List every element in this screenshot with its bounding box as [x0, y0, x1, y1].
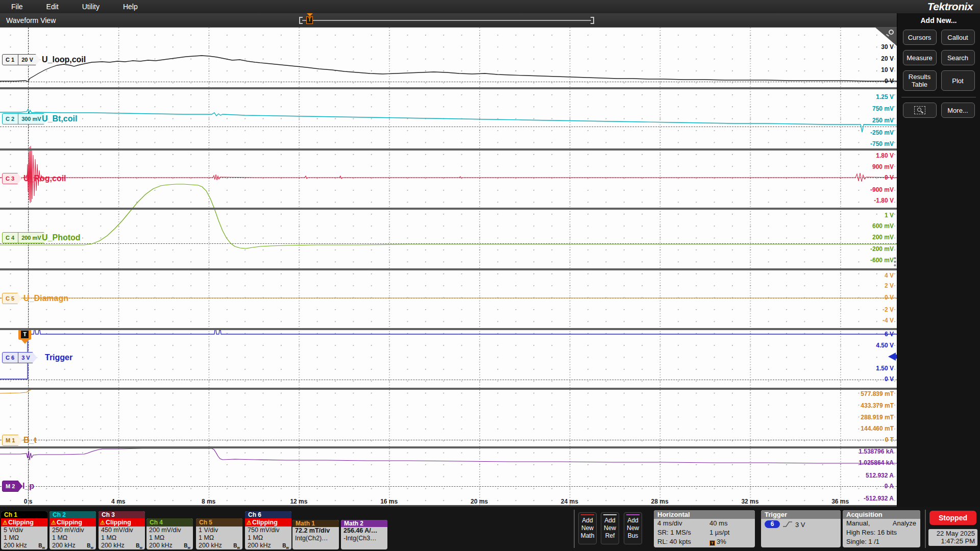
time-tick-3: 12 ms [290, 498, 307, 505]
bandwidth-value: 200 kHzBw [146, 542, 193, 549]
menu-item-edit[interactable]: Edit [41, 3, 64, 11]
add-new-bus-button[interactable]: AddNewBus [624, 512, 642, 544]
scale-label-C3-4: -1.80 V [874, 197, 894, 204]
math-scale-value: 256.46 A/… [341, 527, 387, 535]
scale-label-M2-4: -512.932 A [864, 495, 894, 502]
scale-label-M1-3: 144.460 mT [861, 425, 894, 432]
scale-label-C4-0: 1 V [885, 212, 894, 219]
acq-single: Single: 1 /1 [843, 537, 920, 546]
scale-label-C6-1: 4.50 V [876, 342, 894, 349]
horizontal-panel[interactable]: Horizontal 4 ms/div40 msSR: 1 MS/s1 µs/p… [654, 510, 755, 547]
time-tick-8: 32 ms [741, 498, 758, 505]
menu-item-file[interactable]: File [6, 3, 28, 11]
pan-bracket-right[interactable] [591, 17, 594, 24]
trace-m1 [0, 389, 897, 393]
add-new-ref-button[interactable]: AddNewRef [601, 512, 619, 544]
bandwidth-limit-icon: Bw [282, 542, 289, 549]
scale-label-M1-4: 0 T [885, 436, 894, 443]
zoom-select-icon [914, 106, 925, 114]
menu-bar: FileEditUtilityHelpTektronix [0, 0, 980, 13]
channel-settings-ch2[interactable]: Ch 2⚠Clipping250 mV/div1 MΩ200 kHzBw [50, 511, 96, 549]
impedance-value: 1 MΩ [146, 534, 193, 542]
slice-divider-3 [0, 268, 897, 270]
scale-label-C6-3: 1.50 V [876, 365, 894, 372]
bandwidth-limit-icon: Bw [136, 542, 142, 549]
channel-badge-C6[interactable]: C 63 V [2, 352, 37, 363]
more-button[interactable]: More... [941, 103, 975, 118]
graticule[interactable]: T ••• 30 V20 V10 V0 VC 120 VU_loop,coil1… [0, 28, 897, 507]
channel-tab: Ch 4 [146, 518, 193, 527]
scale-label-M1-0: 577.839 mT [861, 390, 894, 397]
math-settings-math1[interactable]: Math 172.2 mT/divIntg(Ch2)… [292, 520, 339, 549]
time-tick-4: 16 ms [380, 498, 398, 505]
clipping-warning: ⚠Clipping [99, 518, 145, 527]
time-tick-2: 8 ms [202, 498, 215, 505]
channel-label-u-bt-coil[interactable]: U_Bt,coil [42, 114, 77, 123]
menu-item-help[interactable]: Help [118, 3, 143, 11]
channel-tab: Ch 3 [99, 511, 145, 518]
results-table-button[interactable]: ResultsTable [903, 70, 937, 91]
math-scale-value: 72.2 mT/div [292, 527, 339, 535]
impedance-value: 1 MΩ [196, 534, 242, 542]
acq-resolution: High Res: 16 bits [843, 528, 920, 537]
search-button[interactable]: Search [941, 50, 975, 65]
slice-divider-2 [0, 208, 897, 210]
channel-label-u-diamagn[interactable]: U_Diamagn [23, 294, 68, 303]
badge-scale: 20 V [18, 55, 40, 65]
math-settings-math2[interactable]: Math 2256.46 A/…-Intg(Ch3… [341, 520, 387, 549]
vdiv-value: 450 mV/div [99, 527, 145, 534]
scale-label-C4-3: -200 mV [870, 245, 894, 253]
trigger-level-arrow-icon[interactable] [888, 353, 896, 361]
warning-icon: ⚠ [51, 519, 56, 525]
scale-label-M2-3: 0 A [885, 483, 894, 490]
pan-trigger-position-icon[interactable]: T [306, 16, 313, 24]
channel-label-i-p[interactable]: I_p [22, 482, 34, 491]
timebase-value: 4 ms/div [657, 519, 709, 528]
cursors-button[interactable]: Cursors [903, 30, 937, 45]
math-spacer [292, 542, 339, 549]
plot-button[interactable]: Plot [941, 70, 975, 91]
channel-settings-ch5[interactable]: Ch 51 V/div1 MΩ200 kHzBw [196, 518, 242, 549]
pan-track [302, 20, 591, 21]
measure-button[interactable]: Measure [903, 50, 937, 65]
channel-settings-ch4[interactable]: Ch 4200 mV/div1 MΩ200 kHzBw [146, 518, 193, 549]
bandwidth-value: 200 kHzBw [1, 542, 47, 549]
channel-badge-C1[interactable]: C 120 V [2, 54, 40, 65]
channel-label-b-t[interactable]: B_t [23, 436, 37, 445]
acquisition-panel[interactable]: Acquisition Manual, Analyze High Res: 16… [843, 510, 920, 547]
channel-label-u-loop-coil[interactable]: U_loop,coil [42, 55, 86, 64]
scale-label-C5-4: -4 V [883, 317, 894, 324]
scale-label-C3-0: 1.80 V [876, 152, 894, 159]
callout-button[interactable]: Callout [941, 30, 975, 45]
trigger-panel[interactable]: Trigger 6 3 V [761, 510, 841, 547]
channel-settings-ch3[interactable]: Ch 3⚠Clipping450 mV/div1 MΩ200 kHzBw [99, 511, 145, 549]
impedance-value: 1 MΩ [1, 534, 47, 542]
add-new-math-button[interactable]: AddNewMath [578, 512, 597, 544]
run-stop-button[interactable]: Stopped [929, 511, 976, 525]
scale-label-C6-0: 6 V [885, 331, 894, 338]
time-tick-7: 28 ms [651, 498, 669, 505]
scale-label-C2-3: -250 mV [870, 129, 894, 136]
scale-label-C3-3: -900 mV [870, 186, 894, 193]
scale-label-C4-4: -600 mV [870, 257, 894, 264]
channel-label-u-rog-coil[interactable]: U_Rog,coil [23, 174, 66, 183]
menu-item-utility[interactable]: Utility [77, 3, 105, 11]
channel-label-trigger[interactable]: Trigger [45, 353, 72, 362]
bandwidth-value: 200 kHzBw [50, 542, 96, 549]
slice-divider-5 [0, 388, 897, 390]
scale-label-C2-1: 750 mV [872, 105, 894, 112]
pan-zoom-bar[interactable]: T [299, 16, 594, 24]
channel-settings-ch1[interactable]: Ch 1⚠Clipping5 V/div1 MΩ200 kHzBw [1, 511, 47, 549]
panel-resize-handle[interactable]: ••• [894, 256, 896, 267]
badge-id: C 2 [3, 114, 18, 124]
channel-settings-ch6[interactable]: Ch 6⚠Clipping750 mV/div1 MΩ200 kHzBw [245, 511, 291, 549]
trigger-source-badge[interactable]: 6 [765, 520, 780, 528]
bottombar-separator [574, 510, 575, 548]
scale-label-C3-1: 900 mV [872, 163, 894, 170]
trigger-marker-icon[interactable]: T [18, 329, 31, 340]
zoom-select-button[interactable] [903, 103, 937, 118]
badge-id: C 6 [3, 353, 18, 363]
rising-edge-icon [782, 520, 793, 528]
trace-c6 [0, 330, 897, 379]
channel-label-u-photod[interactable]: U_Photod [42, 233, 81, 242]
